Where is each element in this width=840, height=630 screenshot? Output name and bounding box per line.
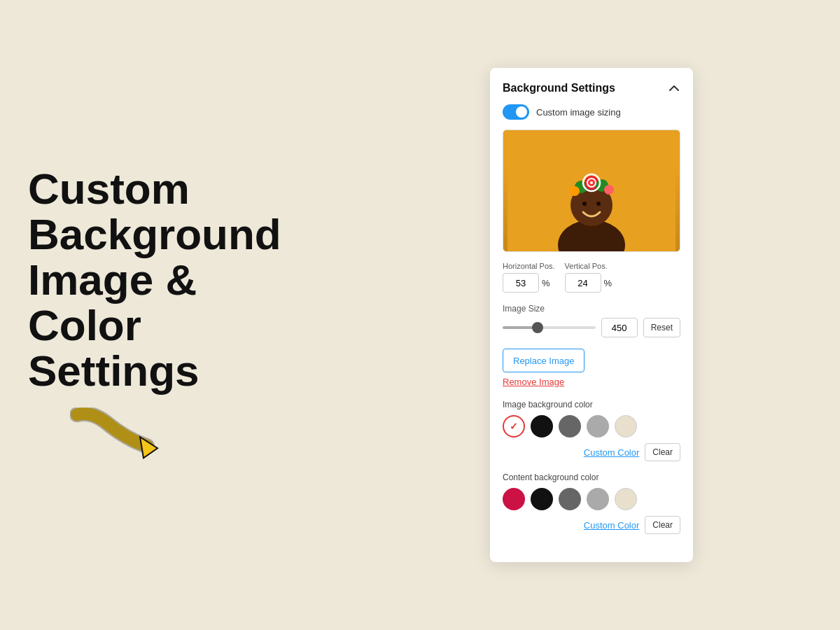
svg-point-10 [570,186,580,196]
swatch-checkmark: ✓ [510,421,518,432]
content-bg-color-section: Content background color Custom Color Cl… [503,472,680,534]
image-action-buttons: Replace Image Remove Image [503,349,680,387]
swatch-mid-gray-2[interactable] [587,488,609,510]
image-size-input[interactable] [601,318,638,337]
swatch-mid-gray[interactable] [587,415,609,438]
image-bg-color-actions: Custom Color Clear [503,443,680,461]
svg-point-4 [582,202,587,206]
custom-sizing-toggle[interactable] [503,104,529,120]
swatch-cream[interactable] [615,415,637,438]
svg-point-14 [590,181,593,184]
toggle-label: Custom image sizing [536,107,621,118]
custom-sizing-toggle-row: Custom image sizing [503,104,680,120]
image-size-row: Reset [503,318,680,337]
image-bg-custom-color-link[interactable]: Custom Color [584,447,639,458]
swatch-white[interactable]: ✓ [503,415,525,438]
swatch-dark-gray[interactable] [559,415,581,438]
background-settings-panel: Background Settings Custom image sizing [490,68,693,562]
svg-point-5 [596,202,601,206]
horizontal-pos-label: Horizontal Pos. [503,262,555,270]
arrow-decoration [28,408,301,464]
horizontal-pos-unit: % [542,278,550,288]
swatch-black[interactable] [531,415,553,438]
svg-point-9 [604,185,614,195]
remove-image-link[interactable]: Remove Image [503,377,680,387]
image-size-label: Image Size [503,304,680,314]
arrow-icon [70,408,168,464]
person-illustration [503,130,680,252]
content-bg-clear-button[interactable]: Clear [645,516,680,534]
horizontal-pos-input-row: % [503,273,555,293]
swatch-black-2[interactable] [531,488,553,510]
image-preview [503,130,680,252]
replace-image-button[interactable]: Replace Image [503,349,584,372]
content-bg-custom-color-link[interactable]: Custom Color [584,520,639,531]
panel-header: Background Settings [503,82,680,94]
image-bg-color-label: Image background color [503,400,680,410]
headline: Custom Background Image & Color Settings [28,166,301,393]
horizontal-pos-input[interactable] [503,273,539,293]
toggle-knob [516,106,527,118]
image-bg-swatches: ✓ [503,415,680,438]
panel-title: Background Settings [503,82,615,94]
swatch-red[interactable] [503,488,525,510]
vertical-pos-unit: % [604,278,612,288]
swatch-cream-2[interactable] [615,488,637,510]
horizontal-pos-group: Horizontal Pos. % [503,262,555,293]
slider-track [503,326,596,329]
vertical-pos-group: Vertical Pos. % [565,262,612,293]
vertical-pos-input[interactable] [565,273,601,293]
content-bg-color-label: Content background color [503,472,680,482]
image-bg-color-section: Image background color ✓ Custom Color Cl… [503,400,680,461]
vertical-pos-input-row: % [565,273,612,293]
image-bg-clear-button[interactable]: Clear [645,443,680,461]
position-controls: Horizontal Pos. % Vertical Pos. % [503,262,680,293]
vertical-pos-label: Vertical Pos. [565,262,612,270]
content-bg-swatches [503,488,680,510]
swatch-dark-gray-2[interactable] [559,488,581,510]
reset-button[interactable]: Reset [643,318,680,337]
left-section: Custom Background Image & Color Settings [28,166,301,463]
image-size-slider-container [503,321,596,335]
slider-thumb[interactable] [532,322,543,333]
content-bg-color-actions: Custom Color Clear [503,516,680,534]
fake-image-bg [503,130,680,251]
image-size-section: Image Size Reset [503,304,680,337]
chevron-up-icon[interactable] [668,82,680,94]
